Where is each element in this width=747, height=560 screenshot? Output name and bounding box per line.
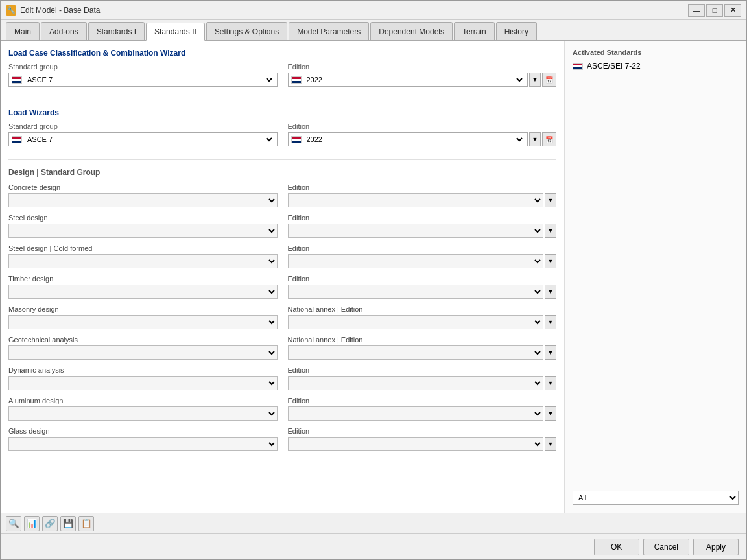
- design-select-8[interactable]: [8, 437, 278, 451]
- title-bar-buttons: — □ ✕: [688, 4, 741, 17]
- ok-button[interactable]: OK: [594, 539, 639, 555]
- lw-edition-select[interactable]: 2022: [288, 132, 528, 146]
- design-row-inner-3: Timber design Edition ▼: [8, 275, 556, 299]
- design-select-wrapper-7: [8, 406, 278, 421]
- lc-edition-flag: [291, 76, 302, 84]
- design-edition-select-1[interactable]: [288, 224, 544, 238]
- design-select-4[interactable]: [8, 315, 278, 329]
- design-group-right-3: Edition ▼: [288, 275, 557, 299]
- design-edition-btn-8[interactable]: ▼: [545, 437, 556, 451]
- design-select-wrapper-6: [8, 376, 278, 390]
- design-row-inner-4: Masonry design National annex | Edition …: [8, 305, 556, 329]
- tab-bar: Main Add-ons Standards I Standards II Se…: [1, 20, 746, 41]
- lc-edition-dropdown[interactable]: 2022: [304, 75, 525, 84]
- design-edition-btn-5[interactable]: ▼: [545, 345, 556, 360]
- design-label-8: Glass design: [8, 427, 278, 435]
- design-select-0[interactable]: [8, 193, 278, 207]
- lc-flag: [12, 76, 22, 84]
- lw-standard-group-dropdown[interactable]: ASCE 7: [25, 135, 274, 144]
- lc-edition-calendar-btn[interactable]: 📅: [542, 73, 556, 87]
- lw-standard-group-wrapper: ASCE 7: [8, 132, 278, 146]
- design-edition-select-6[interactable]: [288, 376, 544, 390]
- design-edition-btn-7[interactable]: ▼: [545, 406, 556, 421]
- lc-edition-filter-btn[interactable]: ▼: [529, 73, 541, 87]
- tab-standards-ii[interactable]: Standards II: [146, 23, 205, 41]
- design-rows-container: Concrete design Edition ▼ S: [8, 183, 556, 451]
- design-label-4: Masonry design: [8, 305, 278, 313]
- standard-flag-0: [573, 63, 583, 70]
- status-icon-chart[interactable]: 📊: [24, 516, 40, 531]
- cancel-button[interactable]: Cancel: [643, 539, 689, 555]
- lc-standard-group-select[interactable]: ASCE 7: [8, 73, 278, 87]
- lw-edition-label: Edition: [288, 122, 557, 130]
- design-edition-label-3: Edition: [288, 275, 557, 283]
- close-button[interactable]: ✕: [724, 4, 741, 17]
- design-edition-wrapper-5: ▼: [288, 345, 557, 360]
- tab-settings-options[interactable]: Settings & Options: [206, 22, 287, 40]
- design-edition-select-7[interactable]: [288, 406, 544, 421]
- design-row-0: Concrete design Edition ▼: [8, 183, 556, 207]
- design-edition-btn-1[interactable]: ▼: [545, 224, 556, 238]
- design-edition-select-8[interactable]: [288, 437, 544, 451]
- standard-label-0: ASCE/SEI 7-22: [587, 62, 641, 71]
- design-edition-select-0[interactable]: [288, 193, 544, 207]
- lc-edition-select[interactable]: 2022: [288, 73, 528, 87]
- design-section-title: Design | Standard Group: [8, 168, 556, 177]
- lc-standard-group-wrapper: ASCE 7: [8, 73, 278, 87]
- maximize-button[interactable]: □: [706, 4, 723, 17]
- minimize-button[interactable]: —: [688, 4, 705, 17]
- activated-standards-section: Activated Standards ASCE/SEI 7-22: [573, 49, 739, 73]
- design-edition-btn-0[interactable]: ▼: [545, 193, 556, 207]
- design-row-8: Glass design Edition ▼: [8, 427, 556, 451]
- design-row-1: Steel design Edition ▼: [8, 214, 556, 238]
- tab-addons[interactable]: Add-ons: [41, 22, 87, 40]
- tab-standards-i[interactable]: Standards I: [88, 22, 145, 40]
- design-label-7: Aluminum design: [8, 397, 278, 404]
- design-label-6: Dynamic analysis: [8, 366, 278, 374]
- design-group-left-2: Steel design | Cold formed: [8, 244, 278, 268]
- tab-history[interactable]: History: [496, 22, 537, 40]
- tab-main[interactable]: Main: [6, 22, 40, 40]
- tab-terrain[interactable]: Terrain: [454, 22, 495, 40]
- design-select-7[interactable]: [8, 406, 278, 421]
- design-edition-select-4[interactable]: [288, 315, 544, 329]
- lc-standard-group-dropdown[interactable]: ASCE 7: [25, 75, 274, 84]
- design-edition-select-2[interactable]: [288, 254, 544, 268]
- apply-button[interactable]: Apply: [693, 539, 739, 555]
- design-edition-btn-2[interactable]: ▼: [545, 254, 556, 268]
- design-label-2: Steel design | Cold formed: [8, 244, 278, 252]
- design-select-6[interactable]: [8, 376, 278, 390]
- design-group-left-7: Aluminum design: [8, 397, 278, 421]
- right-panel: Activated Standards ASCE/SEI 7-22 All: [565, 41, 746, 513]
- design-group-left-3: Timber design: [8, 275, 278, 299]
- design-edition-select-5[interactable]: [288, 345, 544, 360]
- design-edition-select-3[interactable]: [288, 285, 544, 299]
- lc-edition-label: Edition: [288, 63, 557, 71]
- right-panel-filter: All: [573, 485, 739, 505]
- design-edition-btn-4[interactable]: ▼: [545, 315, 556, 329]
- lw-standard-group-select[interactable]: ASCE 7: [8, 132, 278, 146]
- load-wizards-section: Load Wizards Standard group ASCE 7: [8, 108, 556, 160]
- design-select-1[interactable]: [8, 224, 278, 238]
- design-row-inner-0: Concrete design Edition ▼: [8, 183, 556, 207]
- design-edition-btn-3[interactable]: ▼: [545, 285, 556, 299]
- design-select-2[interactable]: [8, 254, 278, 268]
- lw-edition-calendar-btn[interactable]: 📅: [542, 132, 556, 146]
- design-select-3[interactable]: [8, 285, 278, 299]
- tab-model-parameters[interactable]: Model Parameters: [289, 22, 369, 40]
- design-row-inner-5: Geotechnical analysis National annex | E…: [8, 336, 556, 360]
- load-case-section: Load Case Classification & Combination W…: [8, 49, 556, 100]
- lw-edition-dropdown[interactable]: 2022: [304, 135, 525, 144]
- tab-dependent-models[interactable]: Dependent Models: [370, 22, 453, 40]
- design-select-5[interactable]: [8, 345, 278, 360]
- status-icon-search[interactable]: 🔍: [6, 516, 21, 531]
- status-icon-save[interactable]: 💾: [60, 516, 76, 531]
- status-icon-clipboard[interactable]: 📋: [78, 516, 94, 531]
- design-edition-btn-6[interactable]: ▼: [545, 376, 556, 390]
- filter-select[interactable]: All: [573, 491, 739, 505]
- lw-edition-filter-btn[interactable]: ▼: [529, 132, 541, 146]
- lc-edition-wrapper: 2022 ▼ 📅: [288, 73, 557, 87]
- lw-edition-wrapper: 2022 ▼ 📅: [288, 132, 557, 146]
- design-group-left-6: Dynamic analysis: [8, 366, 278, 390]
- status-icon-link[interactable]: 🔗: [42, 516, 58, 531]
